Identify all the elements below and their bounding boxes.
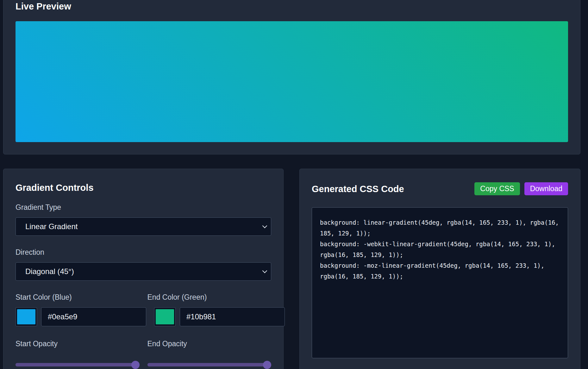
end-opacity-slider[interactable] [147,361,272,369]
slider-thumb[interactable] [263,361,271,369]
live-preview-panel: Live Preview [3,0,580,154]
end-color-swatch[interactable] [154,307,176,326]
gradient-type-label: Gradient Type [16,203,271,212]
direction-label: Direction [16,248,271,257]
end-color-swatch-fill [156,309,174,324]
css-code-block: background: linear-gradient(45deg, rgba(… [312,207,568,358]
download-button[interactable]: Download [524,182,568,195]
end-opacity-label: End Opacity [147,340,272,348]
start-color-input[interactable] [41,307,146,326]
gradient-preview [16,21,568,142]
gradient-controls-title: Gradient Controls [16,182,271,193]
start-opacity-label: Start Opacity [16,340,140,348]
end-color-label: End Color (Green) [147,293,272,302]
gradient-type-select[interactable]: Linear Gradient [16,217,271,236]
gradient-controls-panel: Gradient Controls Gradient Type Linear G… [3,169,284,369]
end-color-input[interactable] [180,307,285,326]
slider-fill [16,363,140,366]
direction-select[interactable]: Diagonal (45°) [16,262,271,281]
generated-css-title: Generated CSS Code [312,184,404,194]
start-opacity-slider[interactable] [16,361,140,369]
generated-css-panel: Generated CSS Code Copy CSS Download bac… [299,169,580,369]
start-color-label: Start Color (Blue) [16,293,140,302]
direction-value: Diagonal (45°) [25,267,74,276]
live-preview-title: Live Preview [16,1,568,12]
gradient-type-value: Linear Gradient [25,222,78,231]
chevron-down-icon [263,268,267,273]
start-color-swatch[interactable] [16,307,37,326]
start-color-swatch-fill [17,309,35,324]
copy-css-button[interactable]: Copy CSS [474,182,520,195]
chevron-down-icon [263,223,267,228]
slider-thumb[interactable] [131,361,140,369]
slider-fill [147,363,272,366]
